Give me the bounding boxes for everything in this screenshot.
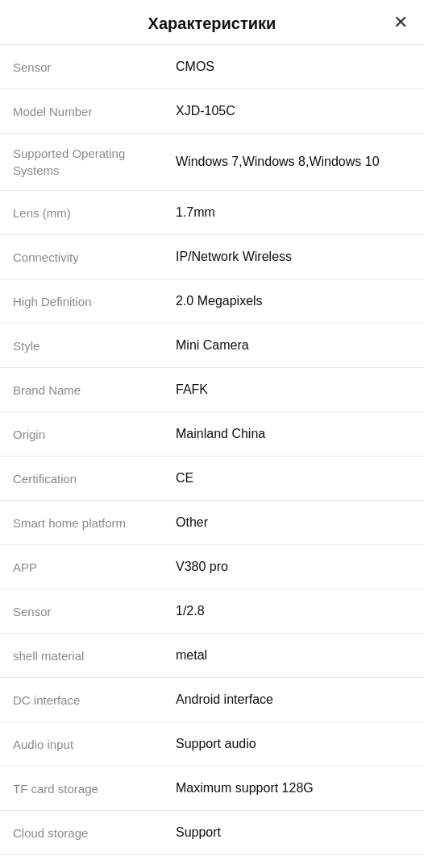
spec-value: V380 pro (169, 545, 424, 589)
spec-value: metal (169, 634, 424, 677)
spec-value: Mini Camera (169, 324, 424, 367)
header: Характеристики ✕ (0, 0, 424, 45)
spec-value: 1/2.8 (169, 589, 424, 633)
table-row: Cloud storageSupport (0, 811, 424, 855)
table-row: Sensor1/2.8 (0, 589, 424, 634)
table-row: DC interfaceAndroid interface (0, 678, 424, 722)
spec-value: 1.7mm (169, 191, 424, 234)
table-row: Lens (mm)1.7mm (0, 191, 424, 235)
table-row: TF card storageMaximum support 128G (0, 767, 424, 811)
table-row: StyleMini Camera (0, 324, 424, 368)
spec-value: Android interface (169, 678, 424, 721)
spec-label: TF card storage (0, 767, 169, 810)
spec-value: Support (169, 811, 424, 854)
spec-label: Smart home platform (0, 501, 169, 544)
table-row: Model NumberXJD-105C (0, 89, 424, 134)
spec-label: Connectivity (0, 235, 169, 279)
spec-label: Supported Operating Systems (0, 134, 169, 190)
table-row: High Definition2.0 Megapixels (0, 279, 424, 324)
spec-label: Style (0, 324, 169, 367)
table-row: APPV380 pro (0, 545, 424, 589)
spec-label: Model Number (0, 89, 169, 133)
spec-label: Brand Name (0, 368, 169, 411)
spec-label: Audio input (0, 722, 169, 766)
spec-label: Cloud storage (0, 811, 169, 854)
spec-value: CMOS (169, 45, 424, 89)
spec-value: FAFK (169, 368, 424, 411)
table-row: Smart home platformOther (0, 501, 424, 545)
table-row: SensorCMOS (0, 45, 424, 89)
spec-label: Lens (mm) (0, 191, 169, 234)
close-button[interactable]: ✕ (390, 10, 411, 35)
spec-value: XJD-105C (169, 89, 424, 133)
spec-label: Origin (0, 412, 169, 456)
table-row: Supported Operating SystemsWindows 7,Win… (0, 134, 424, 191)
spec-label: DC interface (0, 678, 169, 721)
spec-label: Sensor (0, 589, 169, 633)
spec-value: CE (169, 457, 424, 500)
spec-table: SensorCMOSModel NumberXJD-105CSupported … (0, 45, 424, 855)
spec-label: shell material (0, 634, 169, 677)
spec-value: Mainland China (169, 412, 424, 456)
spec-value: IP/Network Wireless (169, 235, 424, 279)
spec-value: 2.0 Megapixels (169, 279, 424, 323)
spec-value: Windows 7,Windows 8,Windows 10 (169, 134, 424, 190)
table-row: OriginMainland China (0, 412, 424, 457)
page-title: Характеристики (148, 14, 276, 33)
table-row: ConnectivityIP/Network Wireless (0, 235, 424, 279)
spec-value: Support audio (169, 722, 424, 766)
table-row: Brand NameFAFK (0, 368, 424, 412)
spec-label: Sensor (0, 45, 169, 89)
spec-label: High Definition (0, 279, 169, 323)
table-row: shell materialmetal (0, 634, 424, 678)
table-row: Audio inputSupport audio (0, 722, 424, 767)
spec-value: Other (169, 501, 424, 544)
table-row: CertificationCE (0, 457, 424, 501)
spec-label: APP (0, 545, 169, 589)
spec-value: Maximum support 128G (169, 767, 424, 810)
spec-label: Certification (0, 457, 169, 500)
